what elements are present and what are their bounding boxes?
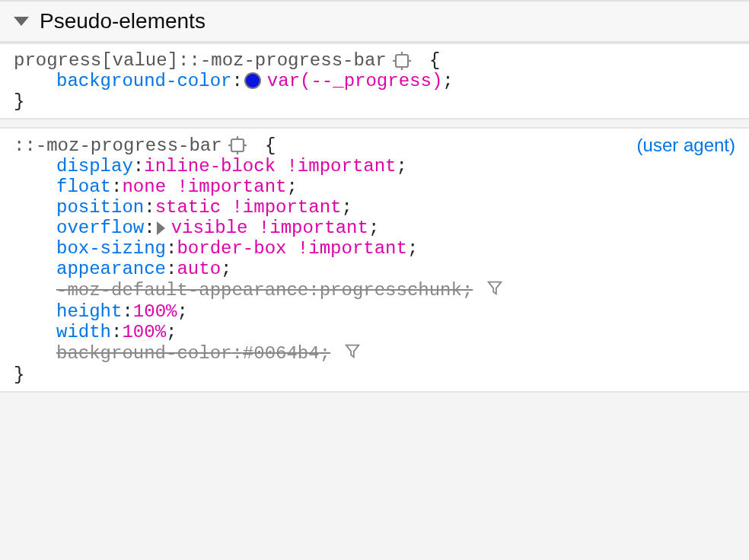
semicolon: ; — [462, 280, 473, 301]
colon: : — [144, 197, 155, 218]
colon: : — [166, 238, 177, 259]
semicolon: ; — [341, 197, 352, 218]
declaration-row[interactable]: box-sizing: border-box !important; — [14, 238, 735, 259]
semicolon: ; — [442, 71, 453, 91]
colon: : — [231, 71, 242, 91]
selector-highlight-icon[interactable] — [228, 136, 247, 154]
property-name[interactable]: overflow — [56, 218, 144, 238]
property-name[interactable]: background-color — [56, 71, 231, 91]
open-brace: { — [254, 135, 276, 156]
semicolon: ; — [407, 238, 418, 259]
color-swatch-icon[interactable] — [244, 72, 261, 89]
filter-icon[interactable] — [486, 279, 503, 296]
property-value[interactable]: auto — [177, 259, 221, 279]
property-value[interactable]: #0064b4 — [243, 343, 320, 364]
selector[interactable]: progress[value]::-moz-progress-bar — [14, 50, 387, 71]
property-name[interactable]: width — [56, 322, 111, 342]
declaration-row[interactable]: background-color: #0064b4; — [14, 342, 735, 364]
declaration-row[interactable]: display: inline-block !important; — [14, 156, 735, 177]
expand-twisty-down-icon[interactable] — [14, 17, 29, 26]
selector-line[interactable]: progress[value]::-moz-progress-bar { — [14, 50, 735, 71]
close-brace: } — [14, 91, 735, 112]
declaration-row[interactable]: float: none !important; — [14, 177, 735, 197]
property-value[interactable]: 100% — [133, 301, 177, 322]
property-name[interactable]: box-sizing — [56, 238, 166, 259]
property-name[interactable]: position — [56, 197, 144, 218]
pane-title: Pseudo-elements — [40, 9, 206, 33]
colon: : — [308, 280, 319, 301]
colon: : — [166, 259, 177, 279]
declaration-row[interactable]: width: 100%; — [14, 322, 735, 342]
property-value[interactable]: 100% — [122, 322, 166, 342]
semicolon: ; — [221, 259, 231, 279]
svg-rect-0 — [396, 55, 408, 67]
property-value[interactable]: visible !important — [171, 218, 368, 238]
css-rule: progress[value]::-moz-progress-bar { bac… — [0, 43, 749, 119]
property-name[interactable]: float — [56, 177, 111, 197]
open-brace: { — [419, 50, 441, 71]
declaration-row[interactable]: height: 100%; — [14, 301, 735, 322]
property-value[interactable]: none !important — [122, 177, 286, 197]
declaration-row[interactable]: appearance: auto; — [14, 259, 735, 279]
property-value[interactable]: border-box !important — [177, 238, 406, 259]
selector-highlight-icon[interactable] — [393, 52, 411, 70]
semicolon: ; — [286, 177, 297, 197]
filter-icon[interactable] — [344, 342, 361, 359]
colon: : — [133, 156, 144, 177]
pane-header[interactable]: Pseudo-elements — [0, 0, 749, 43]
colon: : — [122, 301, 132, 322]
declaration-row[interactable]: background-color: var(--_progress); — [14, 71, 735, 91]
semicolon: ; — [166, 322, 177, 342]
selector-line[interactable]: ::-moz-progress-bar { (user agent) — [14, 135, 735, 156]
user-agent-label: (user agent) — [637, 135, 735, 156]
expand-shorthand-icon[interactable] — [157, 221, 165, 235]
property-name[interactable]: -moz-default-appearance — [56, 280, 308, 301]
semicolon: ; — [320, 343, 330, 364]
property-name[interactable]: background-color — [56, 343, 231, 364]
colon: : — [144, 218, 155, 238]
colon: : — [231, 343, 242, 364]
property-name[interactable]: height — [56, 301, 122, 322]
property-value[interactable]: progresschunk — [320, 280, 462, 301]
close-brace: } — [14, 364, 735, 385]
property-value[interactable]: inline-block !important — [144, 156, 396, 177]
property-value[interactable]: var(--_progress) — [267, 71, 442, 91]
svg-rect-5 — [231, 139, 244, 151]
selector[interactable]: ::-moz-progress-bar — [14, 135, 222, 156]
colon: : — [111, 322, 122, 342]
property-value[interactable]: static !important — [155, 197, 342, 218]
semicolon: ; — [368, 218, 379, 238]
semicolon: ; — [397, 156, 407, 177]
semicolon: ; — [177, 301, 187, 322]
declaration-row[interactable]: -moz-default-appearance: progresschunk; — [14, 279, 735, 301]
declaration-row[interactable]: overflow: visible !important; — [14, 218, 735, 238]
property-name[interactable]: appearance — [56, 259, 166, 279]
declaration-row[interactable]: position: static !important; — [14, 197, 735, 218]
colon: : — [111, 177, 122, 197]
css-rule: ::-moz-progress-bar { (user agent) displ… — [0, 127, 749, 393]
property-name[interactable]: display — [56, 156, 133, 177]
